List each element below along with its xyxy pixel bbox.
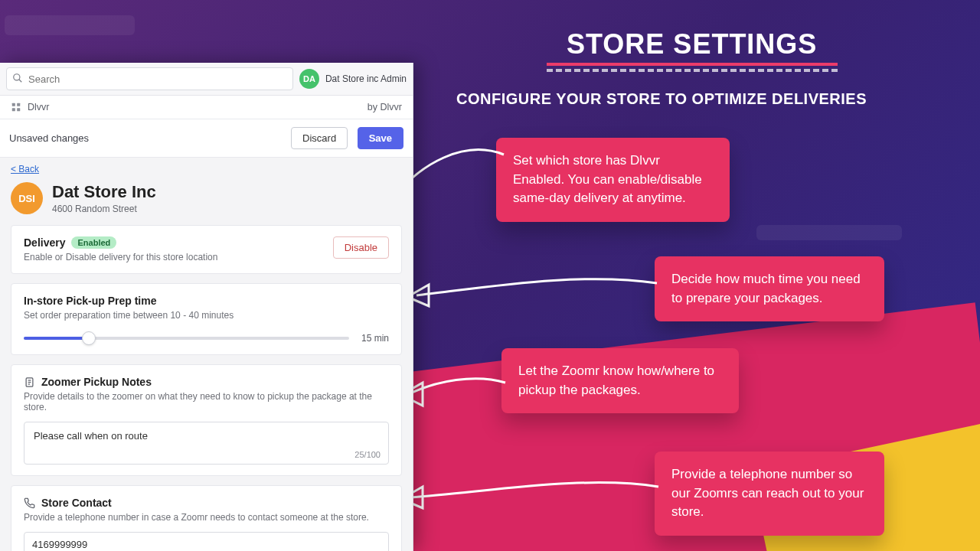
callout-store-contact: Provide a telephone number so our Zoomrs… [655, 452, 884, 536]
delivery-card: Delivery Enabled Enable or Disable deliv… [11, 225, 402, 274]
store-name: Dat Store Inc [52, 182, 156, 202]
unsaved-label: Unsaved changes [9, 132, 89, 144]
svg-rect-3 [17, 103, 20, 106]
hero-underline-dashed [547, 69, 838, 72]
contact-title: Store Contact [41, 497, 112, 509]
prep-title: In-store Pick-up Prep time [24, 295, 389, 307]
svg-line-1 [19, 80, 22, 83]
store-avatar: DSI [11, 182, 43, 214]
notes-desc: Provide details to the zoomer on what th… [24, 391, 389, 412]
hero-underline [547, 63, 838, 66]
delivery-title: Delivery [24, 236, 65, 249]
store-contact-card: Store Contact Provide a telephone number… [11, 485, 402, 551]
prep-time-readout: 15 min [361, 333, 389, 344]
store-phone-input[interactable] [24, 532, 389, 551]
app-title-row: Dlvvr by Dlvvr [0, 96, 413, 119]
callout-prep-time: Decide how much time you need to prepare… [655, 256, 884, 321]
disable-delivery-button[interactable]: Disable [333, 236, 389, 259]
app-name: Dlvvr [28, 102, 49, 112]
store-header: DSI Dat Store Inc 4600 Random Street [0, 174, 413, 225]
prep-time-slider[interactable] [24, 337, 349, 340]
pickup-notes-input[interactable]: Please call when on route 25/100 [24, 422, 389, 465]
svg-point-0 [14, 74, 20, 80]
svg-rect-5 [17, 108, 20, 111]
search-icon [12, 73, 23, 83]
decorative-skeleton-bar [756, 225, 902, 240]
account-name[interactable]: Dat Store inc Admin [325, 73, 407, 84]
search-input[interactable] [6, 67, 293, 90]
app-byline: by Dlvvr [368, 102, 402, 112]
svg-rect-4 [12, 108, 15, 111]
slider-thumb[interactable] [82, 331, 96, 345]
phone-icon [24, 497, 35, 509]
discard-button[interactable]: Discard [291, 127, 348, 149]
hero-subtitle: CONFIGURE YOUR STORE TO OPTIMIZE DELIVER… [456, 90, 867, 108]
account-avatar[interactable]: DA [299, 69, 319, 89]
prep-desc: Set order preparation time between 10 - … [24, 310, 389, 321]
decorative-skeleton-bar [5, 15, 135, 35]
prep-time-card: In-store Pick-up Prep time Set order pre… [11, 283, 402, 355]
callout-delivery-toggle: Set which store has Dlvvr Enabled. You c… [496, 138, 730, 222]
unsaved-changes-bar: Unsaved changes Discard Save [0, 119, 413, 158]
note-icon [24, 377, 35, 388]
back-link[interactable]: < Back [0, 158, 413, 174]
store-address: 4600 Random Street [52, 204, 156, 214]
topbar: DA Dat Store inc Admin [0, 63, 413, 96]
delivery-desc: Enable or Disable delivery for this stor… [24, 252, 217, 262]
admin-panel: DA Dat Store inc Admin Dlvvr by Dlvvr Un… [0, 63, 413, 551]
save-button[interactable]: Save [358, 127, 403, 149]
svg-rect-2 [12, 103, 15, 106]
notes-title: Zoomer Pickup Notes [41, 376, 152, 388]
pickup-notes-card: Zoomer Pickup Notes Provide details to t… [11, 364, 402, 476]
app-icon [11, 102, 21, 112]
callout-pickup-notes: Let the Zoomr know how/where to pickup t… [501, 348, 739, 413]
contact-desc: Provide a telephone number in case a Zoo… [24, 512, 389, 523]
delivery-status-badge: Enabled [71, 236, 116, 249]
pickup-notes-value: Please call when on route [34, 430, 148, 442]
search-box [6, 67, 293, 90]
hero-title: STORE SETTINGS [567, 28, 817, 60]
slider-fill [24, 337, 89, 340]
char-counter: 25/100 [354, 450, 381, 459]
